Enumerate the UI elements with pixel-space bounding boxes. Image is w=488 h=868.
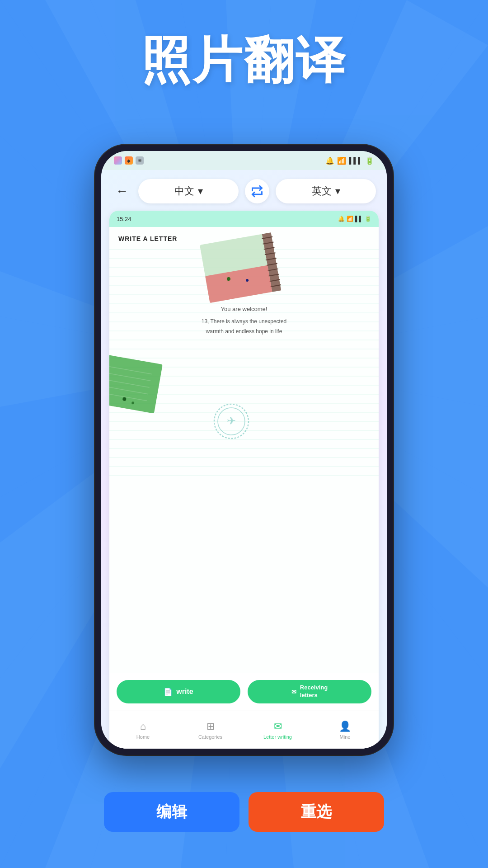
translation-header: ← 中文 ▾ 英文 ▾ bbox=[101, 170, 387, 211]
nav-categories[interactable]: ⊞ Categories bbox=[177, 721, 244, 740]
status-bar: ◆ ❄ 🔔 📶 ▌▌▌ 🔋 bbox=[101, 151, 387, 170]
action-buttons-area: 📄 write ✉ Receivingletters bbox=[109, 673, 379, 711]
target-lang-label: 英文 bbox=[312, 184, 332, 198]
letter-text: You are welcome! 13, There is always the… bbox=[109, 304, 379, 337]
swap-languages-button[interactable] bbox=[245, 179, 269, 203]
nav-home[interactable]: ⌂ Home bbox=[109, 721, 177, 740]
app-icon-3: ❄ bbox=[136, 156, 144, 165]
source-language-button[interactable]: 中文 ▾ bbox=[138, 179, 239, 203]
status-right: 🔔 📶 ▌▌▌ 🔋 bbox=[325, 156, 374, 165]
battery-icon: 🔋 bbox=[365, 156, 374, 165]
nav-home-label: Home bbox=[136, 734, 150, 740]
nav-categories-label: Categories bbox=[198, 734, 222, 740]
receiving-letters-button[interactable]: ✉ Receivingletters bbox=[248, 680, 371, 703]
app-icons: ◆ ❄ bbox=[114, 156, 144, 165]
svg-text:✈: ✈ bbox=[227, 415, 236, 427]
page-title: 照片翻译 bbox=[0, 27, 488, 94]
inner-time: 15:24 bbox=[117, 216, 131, 222]
source-lang-label: 中文 bbox=[174, 184, 194, 198]
letter-writing-icon: ✉ bbox=[274, 721, 282, 732]
edit-button[interactable]: 编辑 bbox=[104, 792, 239, 832]
screenshot-inner: 15:24 🔔📶▌▌🔋 bbox=[109, 211, 379, 749]
target-language-button[interactable]: 英文 ▾ bbox=[276, 179, 376, 203]
bell-icon: 🔔 bbox=[325, 156, 334, 165]
signal-icon: ▌▌▌ bbox=[349, 157, 362, 164]
source-chevron-icon: ▾ bbox=[198, 185, 203, 197]
write-icon: 📄 bbox=[164, 688, 173, 696]
paper-lines-svg: ✈ bbox=[109, 227, 379, 673]
wifi-icon: 📶 bbox=[337, 156, 346, 165]
nav-letter-writing[interactable]: ✉ Letter writing bbox=[244, 721, 311, 740]
app-content: ← 中文 ▾ 英文 ▾ bbox=[101, 170, 387, 749]
bottom-buttons: 编辑 重选 bbox=[104, 792, 384, 832]
inner-status-icons: 🔔📶▌▌🔋 bbox=[338, 216, 371, 222]
home-icon: ⌂ bbox=[140, 721, 146, 732]
write-button[interactable]: 📄 write bbox=[117, 680, 240, 703]
letter-title: WRITE A LETTER bbox=[109, 227, 379, 247]
inner-status-bar: 15:24 🔔📶▌▌🔋 bbox=[109, 211, 379, 227]
receiving-label: Receivingletters bbox=[300, 684, 328, 699]
nav-mine[interactable]: 👤 Mine bbox=[311, 721, 379, 740]
nav-letter-writing-label: Letter writing bbox=[263, 734, 292, 740]
phone-screen: ◆ ❄ 🔔 📶 ▌▌▌ 🔋 ← 中文 ▾ bbox=[101, 151, 387, 749]
nav-mine-label: Mine bbox=[340, 734, 351, 740]
app-icon-1 bbox=[114, 156, 122, 165]
bottom-navigation: ⌂ Home ⊞ Categories ✉ Letter writing � bbox=[109, 711, 379, 749]
phone-frame: ◆ ❄ 🔔 📶 ▌▌▌ 🔋 ← 中文 ▾ bbox=[95, 145, 393, 755]
write-label: write bbox=[176, 688, 193, 696]
app-icon-2: ◆ bbox=[125, 156, 133, 165]
letter-body: 13, There is always the unexpectedwarmth… bbox=[109, 317, 379, 336]
categories-icon: ⊞ bbox=[206, 721, 215, 732]
letter-content: ✈ WRITE A LETTER You are welcome! 13, Th… bbox=[109, 227, 379, 673]
mine-icon: 👤 bbox=[339, 721, 351, 732]
envelope-icon: ✉ bbox=[291, 689, 296, 695]
screenshot-container: 15:24 🔔📶▌▌🔋 bbox=[109, 211, 379, 749]
reselect-button[interactable]: 重选 bbox=[249, 792, 384, 832]
target-chevron-icon: ▾ bbox=[335, 185, 340, 197]
back-button[interactable]: ← bbox=[112, 181, 132, 201]
letter-greeting: You are welcome! bbox=[109, 304, 379, 314]
